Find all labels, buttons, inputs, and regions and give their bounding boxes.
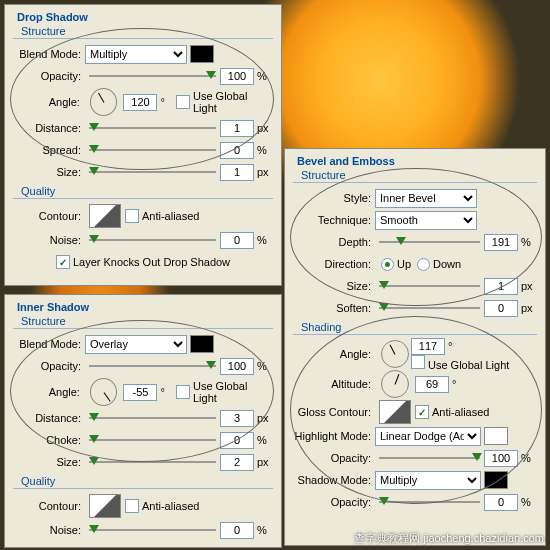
shadow-opacity-label: Opacity: [293, 496, 375, 508]
highlight-opacity-label: Opacity: [293, 452, 375, 464]
antialiased-label: Anti-aliased [432, 406, 489, 418]
altitude-input[interactable] [415, 376, 449, 393]
style-select[interactable]: Inner Bevel [375, 189, 477, 208]
highlight-mode-select[interactable]: Linear Dodge (Add) [375, 427, 481, 446]
panel-title: Bevel and Emboss [293, 153, 537, 167]
quality-section: Quality [13, 185, 273, 199]
choke-slider[interactable] [89, 432, 216, 448]
use-global-checkbox[interactable] [176, 95, 190, 109]
technique-select[interactable]: Smooth [375, 211, 477, 230]
choke-label: Choke: [13, 434, 85, 446]
drop-shadow-panel: Drop Shadow Structure Blend Mode:Multipl… [4, 4, 282, 286]
contour-picker[interactable] [89, 204, 121, 228]
distance-slider[interactable] [89, 120, 216, 136]
technique-label: Technique: [293, 214, 375, 226]
size-label: Size: [13, 166, 85, 178]
direction-down-label: Down [433, 258, 461, 270]
distance-input[interactable] [220, 410, 254, 427]
knockout-checkbox[interactable]: ✓ [56, 255, 70, 269]
size-input[interactable] [220, 164, 254, 181]
opacity-label: Opacity: [13, 360, 85, 372]
noise-label: Noise: [13, 524, 85, 536]
size-label: Size: [293, 280, 375, 292]
soften-label: Soften: [293, 302, 375, 314]
shadow-mode-select[interactable]: Multiply [375, 471, 481, 490]
contour-picker[interactable] [89, 494, 121, 518]
watermark: 查字典教程网 jiaocheng.chazidian.com [354, 531, 544, 546]
use-global-label: Use Global Light [193, 90, 273, 114]
opacity-slider[interactable] [89, 68, 216, 84]
distance-slider[interactable] [89, 410, 216, 426]
direction-up-radio[interactable] [381, 258, 394, 271]
size-slider[interactable] [379, 278, 480, 294]
knockout-label: Layer Knocks Out Drop Shadow [73, 256, 230, 268]
panel-title: Inner Shadow [13, 299, 273, 313]
distance-input[interactable] [220, 120, 254, 137]
shadow-opacity-slider[interactable] [379, 494, 480, 510]
angle-input[interactable] [123, 94, 157, 111]
antialiased-checkbox[interactable] [125, 209, 139, 223]
direction-down-radio[interactable] [417, 258, 430, 271]
opacity-input[interactable] [220, 68, 254, 85]
structure-section: Structure [13, 315, 273, 329]
size-label: Size: [13, 456, 85, 468]
highlight-opacity-input[interactable] [484, 450, 518, 467]
color-swatch[interactable] [190, 45, 214, 63]
altitude-label: Altitude: [293, 378, 375, 390]
spread-slider[interactable] [89, 142, 216, 158]
angle-input[interactable] [123, 384, 157, 401]
direction-up-label: Up [397, 258, 411, 270]
blend-mode-select[interactable]: Multiply [85, 45, 187, 64]
angle-input[interactable] [411, 338, 445, 355]
antialiased-label: Anti-aliased [142, 500, 199, 512]
highlight-color-swatch[interactable] [484, 427, 508, 445]
color-swatch[interactable] [190, 335, 214, 353]
size-input[interactable] [484, 278, 518, 295]
highlight-mode-label: Highlight Mode: [293, 430, 375, 442]
size-slider[interactable] [89, 454, 216, 470]
depth-label: Depth: [293, 236, 375, 248]
contour-label: Contour: [13, 210, 85, 222]
angle-label: Angle: [13, 386, 84, 398]
shading-section: Shading [293, 321, 537, 335]
altitude-dial[interactable] [381, 370, 409, 398]
gloss-contour-picker[interactable] [379, 400, 411, 424]
shadow-color-swatch[interactable] [484, 471, 508, 489]
noise-slider[interactable] [89, 522, 216, 538]
soften-slider[interactable] [379, 300, 480, 316]
blend-mode-select[interactable]: Overlay [85, 335, 187, 354]
angle-dial[interactable] [90, 88, 118, 116]
opacity-input[interactable] [220, 358, 254, 375]
shadow-opacity-input[interactable] [484, 494, 518, 511]
use-global-label: Use Global Light [193, 380, 273, 404]
spread-input[interactable] [220, 142, 254, 159]
highlight-opacity-slider[interactable] [379, 450, 480, 466]
size-slider[interactable] [89, 164, 216, 180]
angle-label: Angle: [13, 96, 84, 108]
depth-input[interactable] [484, 234, 518, 251]
use-global-checkbox[interactable] [176, 385, 190, 399]
distance-label: Distance: [13, 122, 85, 134]
blend-mode-label: Blend Mode: [13, 338, 85, 350]
direction-label: Direction: [293, 258, 375, 270]
angle-dial[interactable] [90, 378, 118, 406]
noise-slider[interactable] [89, 232, 216, 248]
antialiased-checkbox[interactable]: ✓ [415, 405, 429, 419]
bevel-emboss-panel: Bevel and Emboss Structure Style:Inner B… [284, 148, 546, 546]
angle-dial[interactable] [381, 340, 409, 368]
gloss-contour-label: Gloss Contour: [293, 406, 375, 418]
soften-input[interactable] [484, 300, 518, 317]
inner-shadow-panel: Inner Shadow Structure Blend Mode:Overla… [4, 294, 282, 548]
use-global-checkbox[interactable] [411, 355, 425, 369]
angle-label: Angle: [293, 348, 375, 360]
depth-slider[interactable] [379, 234, 480, 250]
size-input[interactable] [220, 454, 254, 471]
style-label: Style: [293, 192, 375, 204]
choke-input[interactable] [220, 432, 254, 449]
antialiased-checkbox[interactable] [125, 499, 139, 513]
noise-input[interactable] [220, 522, 254, 539]
structure-section: Structure [293, 169, 537, 183]
quality-section: Quality [13, 475, 273, 489]
opacity-slider[interactable] [89, 358, 216, 374]
noise-input[interactable] [220, 232, 254, 249]
